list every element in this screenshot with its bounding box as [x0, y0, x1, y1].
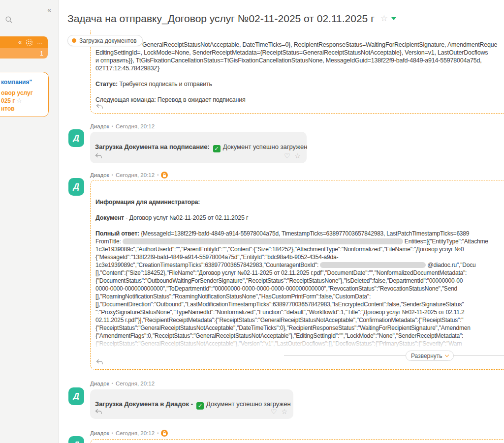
- message-time: Сегодня, 20:12: [116, 381, 155, 386]
- text-fade-overlay: [92, 339, 504, 352]
- private-lock-icon: [161, 172, 168, 178]
- stage-badge-label: Загрузка документов: [79, 37, 137, 44]
- expand-divider: [284, 355, 504, 356]
- task-title-fragment-3: нтов: [1, 105, 46, 113]
- message-bubble-upload-signing: Загрузка Документа на подписание:✓Докуме…: [90, 132, 307, 163]
- reply-icon[interactable]: [95, 153, 102, 159]
- scan-frame-icon[interactable]: [26, 39, 32, 46]
- title-favorite-star-icon[interactable]: ☆: [380, 14, 388, 23]
- like-heart-icon[interactable]: ♡: [284, 152, 290, 160]
- document-line: Документ - Договор услуг №02-11-2025 от …: [95, 214, 504, 222]
- message-time: Сегодня, 20:12: [116, 430, 155, 436]
- separator-dot: •: [112, 381, 113, 386]
- search-icon[interactable]: [5, 16, 13, 26]
- chevron-down-icon: [444, 353, 448, 357]
- favorite-star-icon[interactable]: ☆: [294, 152, 301, 160]
- reply-icon[interactable]: [96, 103, 103, 109]
- sidebar-collapse-icon[interactable]: «: [47, 6, 51, 14]
- page-title: Задача на отправку_Договор услуг №02-11-…: [67, 13, 396, 25]
- favorite-star-icon[interactable]: ☆: [16, 97, 22, 104]
- reply-icon[interactable]: [95, 409, 102, 414]
- more-menu-icon[interactable]: …: [37, 39, 43, 45]
- message-author[interactable]: Диадок: [90, 381, 109, 386]
- redacted-text-bar: [320, 262, 426, 268]
- message-header: Диадок • Сегодня, 20:12 •: [90, 172, 168, 178]
- system-log-line: EditingSettingId=, LockMode=None, Sender…: [95, 49, 504, 57]
- system-log-line: 02T17:12:45.7842983Z}: [95, 64, 504, 72]
- admin-info-bubble-clipped: [90, 439, 504, 443]
- system-message-bubble-1: GeneralReceiptStatusNotAcceptable, DateT…: [90, 17, 504, 114]
- redacted-text-bar: [123, 238, 403, 244]
- diadoc-avatar[interactable]: Д: [68, 129, 84, 147]
- reply-icon[interactable]: [96, 359, 103, 365]
- diadoc-avatar[interactable]: Д: [68, 387, 84, 405]
- system-log-line: GeneralReceiptStatusNotAcceptable, DateT…: [95, 41, 504, 49]
- message-time: Сегодня, 20:12: [116, 172, 155, 178]
- title-dropdown-caret-icon[interactable]: [391, 17, 396, 20]
- private-lock-icon: [161, 430, 168, 437]
- separator-dot: •: [112, 173, 113, 177]
- sidebar: « « … 1 компания" овор: [0, 0, 59, 443]
- collapse-panel-icon[interactable]: «: [18, 39, 22, 45]
- message-text: Загрузка Документа на подписание:✓Докуме…: [95, 143, 301, 152]
- task-company-fragment: компания": [1, 78, 46, 86]
- diadoc-avatar[interactable]: Д: [68, 436, 84, 443]
- full-response-block: Полный ответ: {MessageId=138f22f9-bafd-4…: [95, 230, 504, 348]
- system-log-line: и отправить}}, TtGisFixationCancellation…: [95, 57, 504, 64]
- message-author[interactable]: Диадок: [90, 172, 109, 178]
- task-counter-bar[interactable]: 1: [0, 48, 48, 59]
- like-heart-icon[interactable]: ♡: [271, 408, 277, 415]
- separator-dot: •: [112, 124, 113, 129]
- admin-info-bubble: Информация для администратора: Документ …: [90, 180, 504, 370]
- task-toolbar: « …: [0, 36, 48, 48]
- task-detail-panel: GeneralReceiptStatusNotAcceptable, DateT…: [59, 0, 504, 443]
- message-author[interactable]: Диадок: [90, 430, 109, 436]
- separator-dot: •: [157, 173, 158, 177]
- message-header: Диадок • Сегодня, 20:12: [90, 381, 155, 386]
- message-header: Диадок • Сегодня, 20:12: [90, 123, 155, 129]
- separator-dot: •: [157, 431, 158, 436]
- app-window: « « … 1 компания" овор: [0, 0, 504, 443]
- separator-dot: •: [112, 431, 113, 436]
- title-bar: Задача на отправку_Договор услуг №02-11-…: [59, 0, 504, 30]
- expand-button[interactable]: Развернуть: [406, 351, 454, 361]
- message-time: Сегодня, 20:12: [116, 123, 155, 129]
- next-command-line: Следующая команда: Перевод в ожидает под…: [95, 96, 504, 104]
- admin-info-title: Информация для администратора:: [95, 198, 504, 206]
- status-line: Статус: Требуется подписать и отправить: [95, 80, 504, 88]
- diadoc-avatar[interactable]: Д: [68, 178, 84, 196]
- message-bubble-upload-diadoc: Загрузка Документа в Диадок -✓Документ у…: [90, 389, 293, 419]
- stage-badge[interactable]: Загрузка документов: [67, 35, 143, 46]
- success-check-icon: ✓: [213, 145, 220, 152]
- favorite-star-icon[interactable]: ☆: [281, 408, 287, 415]
- task-list-item[interactable]: компания" овор услуг 025 г☆ нтов: [0, 72, 49, 117]
- stage-dot-icon: [72, 38, 76, 43]
- task-title-fragment-1: овор услуг: [1, 89, 46, 97]
- task-count-badge: 1: [40, 50, 43, 57]
- task-title-fragment-2: 025 г☆: [1, 97, 46, 105]
- message-header: Диадок • Сегодня, 20:12 •: [90, 430, 168, 437]
- message-author[interactable]: Диадок: [90, 123, 109, 129]
